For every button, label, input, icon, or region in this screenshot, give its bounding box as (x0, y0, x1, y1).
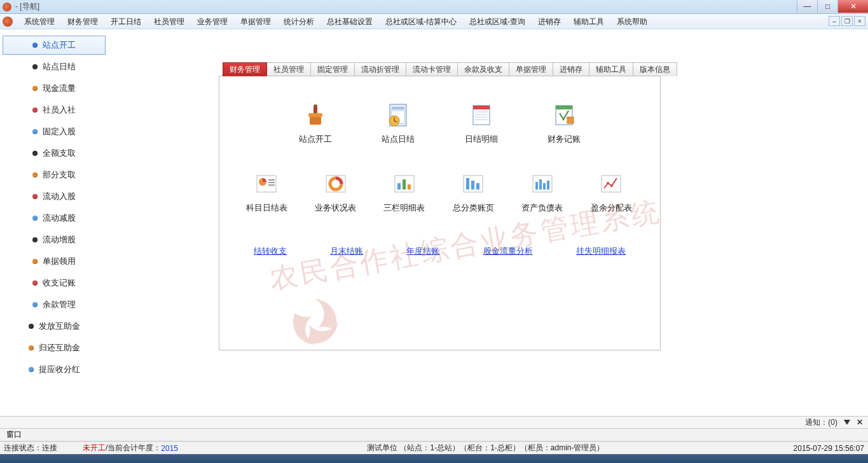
sidebar-item-10[interactable]: 单据领用 (3, 252, 106, 271)
sidebar-item-label: 归还互助金 (39, 342, 80, 354)
notify-close-button[interactable]: ✕ (857, 418, 863, 427)
tab-6[interactable]: 单据管理 (509, 62, 553, 76)
mdi-controls: – ❐ × (829, 16, 865, 26)
menu-3[interactable]: 社员管理 (148, 15, 191, 29)
sidebar-item-7[interactable]: 流动入股 (3, 187, 106, 206)
panel-item-subject-daily[interactable]: 科目日结表 (232, 170, 301, 214)
panel-link-2[interactable]: 年度结账 (406, 245, 439, 257)
panel-link-3[interactable]: 股金流量分析 (483, 245, 533, 257)
svg-rect-18 (268, 179, 275, 181)
menu-10[interactable]: 进销存 (532, 15, 567, 29)
sidebar-item-2[interactable]: 现金流量 (3, 79, 106, 98)
panel-item-site-close[interactable]: 站点日结 (357, 102, 440, 145)
sidebar-item-9[interactable]: 流动增股 (3, 230, 106, 249)
sidebar-item-6[interactable]: 部分支取 (3, 165, 106, 184)
panel-item-surplus-dist[interactable]: 盈余分配表 (577, 170, 645, 214)
finance-panel: 站点开工站点日结日结明细财务记账科目日结表业务状况表三栏明细表总分类账页资产负债… (219, 76, 661, 350)
tab-5[interactable]: 余款及收支 (457, 62, 509, 76)
bullet-icon (32, 237, 38, 242)
tab-7[interactable]: 进销存 (553, 62, 589, 76)
panel-item-business-status[interactable]: 业务状况表 (301, 170, 369, 214)
notify-text: 通知：(0) (805, 417, 837, 428)
balance-sheet-icon (529, 170, 556, 197)
minimize-button[interactable]: — (797, 0, 817, 13)
menu-4[interactable]: 业务管理 (191, 15, 234, 29)
sidebar-item-label: 站点日结 (43, 61, 76, 73)
window-menu[interactable]: 窗口 (3, 429, 25, 440)
menu-8[interactable]: 总社或区域-结算中心 (379, 15, 463, 29)
notify-dropdown-icon[interactable] (844, 420, 850, 425)
bullet-icon (32, 302, 38, 307)
bullet-icon (29, 345, 34, 350)
panel-link-4[interactable]: 挂失明细报表 (576, 245, 626, 257)
tab-0[interactable]: 财务管理 (223, 62, 267, 76)
panel-item-label: 三栏明细表 (383, 202, 425, 214)
tab-8[interactable]: 辅助工具 (589, 62, 633, 76)
sidebar-item-11[interactable]: 收支记账 (3, 273, 106, 293)
menu-5[interactable]: 单据管理 (234, 15, 277, 29)
sidebar-item-1[interactable]: 站点日结 (3, 57, 106, 76)
finance-book-icon (551, 102, 577, 128)
subject-daily-icon (253, 170, 280, 197)
bullet-icon (32, 216, 38, 221)
svg-rect-1 (308, 113, 322, 117)
menu-7[interactable]: 总社基础设置 (320, 15, 379, 29)
mdi-restore-button[interactable]: ❐ (841, 16, 853, 26)
panel-item-daily-detail[interactable]: 日结明细 (439, 102, 523, 145)
menubar: 系统管理财务管理开工日结社员管理业务管理单据管理统计分析总社基础设置总社或区域-… (0, 14, 868, 29)
svg-rect-33 (539, 179, 542, 190)
maximize-button[interactable]: □ (817, 0, 837, 13)
menu-9[interactable]: 总社或区域-查询 (463, 15, 532, 29)
app-icon (3, 3, 11, 11)
menu-11[interactable]: 辅助工具 (567, 15, 610, 29)
menu-0[interactable]: 系统管理 (18, 15, 61, 29)
svg-rect-28 (466, 178, 469, 190)
panel-item-label: 站点日结 (382, 134, 415, 145)
panel-link-1[interactable]: 月末结账 (330, 245, 363, 257)
sidebar-item-5[interactable]: 全额支取 (3, 144, 106, 163)
menu-2[interactable]: 开工日结 (104, 15, 148, 29)
menu-1[interactable]: 财务管理 (61, 15, 104, 29)
status-time: 2015-07-29 15:56:07 (794, 444, 864, 453)
panel-item-three-col-detail[interactable]: 三栏明细表 (370, 170, 439, 214)
status-connection: 连接状态：连接 (4, 443, 57, 453)
tab-2[interactable]: 固定管理 (310, 62, 355, 76)
panel-item-label: 业务状况表 (315, 202, 356, 214)
tab-4[interactable]: 流动卡管理 (406, 62, 458, 76)
tab-1[interactable]: 社员管理 (266, 62, 311, 76)
panel-item-label: 科目日结表 (246, 202, 287, 214)
tab-9[interactable]: 版本信息 (633, 62, 677, 76)
mdi-minimize-button[interactable]: – (829, 16, 840, 26)
mdi-close-button[interactable]: × (854, 16, 865, 26)
sidebar-item-label: 提应收分红 (39, 364, 80, 375)
tab-3[interactable]: 流动折管理 (354, 62, 406, 76)
sidebar-item-8[interactable]: 流动减股 (3, 209, 106, 228)
menu-12[interactable]: 系统帮助 (610, 15, 654, 29)
menu-6[interactable]: 统计分析 (277, 15, 320, 29)
sidebar-item-label: 现金流量 (43, 83, 76, 94)
bullet-icon (32, 172, 38, 177)
icon-grid: 站点开工站点日结日结明细财务记账科目日结表业务状况表三栏明细表总分类账页资产负债… (219, 76, 660, 245)
panel-item-general-ledger[interactable]: 总分类账页 (439, 170, 507, 214)
sidebar-item-3[interactable]: 社员入社 (3, 100, 106, 120)
sidebar-item-12[interactable]: 余款管理 (3, 295, 106, 314)
panel-item-site-open[interactable]: 站点开工 (273, 102, 357, 145)
panel-item-finance-book[interactable]: 财务记账 (523, 102, 606, 145)
sidebar-item-15[interactable]: 提应收分红 (3, 360, 106, 379)
bullet-icon (32, 107, 38, 113)
sidebar-item-label: 发放互助金 (39, 321, 80, 332)
sidebar-item-label: 流动入股 (43, 191, 76, 202)
sidebar-item-0[interactable]: 站点开工 (3, 36, 106, 55)
sidebar: 站点开工站点日结现金流量社员入社固定入股全额支取部分支取流动入股流动减股流动增股… (0, 29, 108, 417)
sidebar-item-label: 部分支取 (43, 169, 76, 181)
panel-item-label: 资产负债表 (521, 202, 563, 214)
status-year: 2015 (161, 444, 178, 453)
svg-rect-30 (476, 183, 479, 190)
sidebar-item-13[interactable]: 发放互助金 (3, 317, 106, 336)
sidebar-item-4[interactable]: 固定入股 (3, 122, 106, 141)
panel-item-balance-sheet[interactable]: 资产负债表 (508, 170, 577, 214)
sidebar-item-14[interactable]: 归还互助金 (3, 338, 106, 357)
tabstrip: 财务管理社员管理固定管理流动折管理流动卡管理余款及收支单据管理进销存辅助工具版本… (223, 62, 677, 76)
panel-link-0[interactable]: 结转收支 (254, 245, 287, 257)
close-button[interactable]: ✕ (837, 0, 868, 13)
